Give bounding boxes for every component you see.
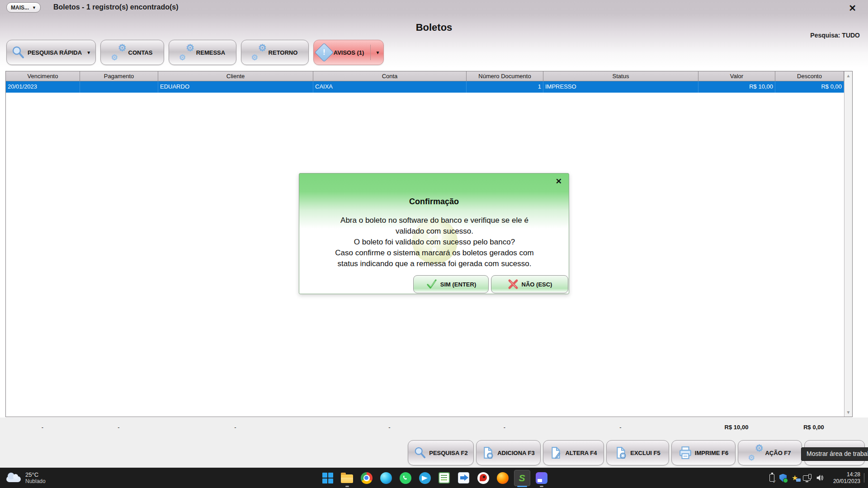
summary-numero-documento: - — [466, 424, 543, 431]
whatsapp-button[interactable] — [396, 468, 415, 488]
avisos-label: AVISOS (1) — [334, 49, 364, 56]
exclui-f5-button[interactable]: EXCLUI F5 — [606, 440, 669, 465]
table-row-selected[interactable]: 20/01/2023 EDUARDO CAIXA 1 IMPRESSO R$ 1… — [6, 81, 852, 93]
cell-desconto: R$ 0,00 — [775, 81, 844, 93]
scroll-up-arrow-icon[interactable]: ▲ — [844, 72, 852, 80]
more-menu-label: MAIS... — [11, 5, 29, 11]
cell-conta: CAIXA — [313, 81, 467, 93]
avisos-button[interactable]: ! AVISOS (1) ▼ — [313, 40, 384, 65]
summary-vencimento: - — [5, 424, 80, 431]
cell-pagamento — [80, 81, 158, 93]
column-header-vencimento[interactable]: Vencimento — [6, 71, 80, 81]
chevron-down-icon[interactable]: ▼ — [375, 50, 380, 55]
pesquisa-f2-label: PESQUISA F2 — [429, 450, 467, 456]
chrome-button[interactable] — [357, 468, 376, 488]
acao-f7-label: AÇÃO F7 — [765, 450, 791, 456]
taskbar-app-icons: S — [318, 468, 551, 488]
no-button[interactable]: NÃO (ESC) — [491, 275, 568, 293]
firefox-icon — [497, 472, 509, 484]
printer-icon — [679, 446, 692, 460]
column-header-cliente[interactable]: Cliente — [158, 71, 313, 81]
acao-f7-button[interactable]: ⚙⚙ AÇÃO F7 — [738, 440, 802, 465]
alert-diamond-icon: ! — [314, 43, 333, 62]
dialog-message-line: validado com sucesso. — [304, 226, 565, 237]
page-title: Boletos — [0, 22, 868, 33]
usb-icon[interactable] — [769, 474, 774, 482]
pesquisa-f2-button[interactable]: PESQUISA F2 — [408, 440, 474, 465]
window-title: Boletos - 1 registro(s) encontrado(s) — [53, 3, 178, 11]
cell-vencimento: 20/01/2023 — [6, 81, 80, 93]
summary-desconto-total: R$ 0,00 — [775, 424, 853, 431]
red-logo-app-button[interactable] — [473, 468, 493, 488]
table-vertical-scrollbar[interactable]: ▲ ▼ — [844, 71, 852, 417]
summary-pagamento: - — [80, 424, 158, 431]
show-desktop-button[interactable] — [864, 473, 864, 483]
cell-cliente: EDUARDO — [158, 81, 313, 93]
notes-app-icon — [439, 472, 450, 483]
document-share-app-button[interactable] — [454, 468, 473, 488]
column-header-pagamento[interactable]: Pagamento — [80, 71, 158, 81]
erp-app-icon: S — [514, 470, 530, 486]
altera-f4-label: ALTERA F4 — [565, 450, 597, 456]
column-header-valor[interactable]: Valor — [698, 71, 775, 81]
scroll-down-arrow-icon[interactable]: ▼ — [844, 408, 852, 416]
altera-f4-button[interactable]: ALTERA F4 — [543, 440, 604, 465]
search-scope-label: Pesquisa: TUDO — [810, 32, 860, 39]
summary-conta: - — [313, 424, 466, 431]
weather-condition: Nublado — [25, 478, 46, 484]
media-app-button[interactable] — [532, 468, 551, 488]
adiciona-f3-button[interactable]: ADICIONA F3 — [476, 440, 541, 465]
speaker-icon[interactable] — [816, 474, 824, 482]
taskbar: 25°C Nublado — [0, 468, 868, 488]
column-header-conta[interactable]: Conta — [313, 71, 467, 81]
retorno-label: RETORNO — [269, 49, 298, 56]
x-icon — [507, 278, 519, 290]
chrome-icon — [361, 472, 373, 484]
dialog-message-line: Abra o boleto no software do banco e ver… — [304, 215, 565, 226]
summary-row: - - - - - - R$ 10,00 R$ 0,00 — [5, 424, 853, 431]
folder-icon — [341, 474, 353, 483]
telegram-icon — [419, 472, 431, 484]
star-icon[interactable]: ★ — [792, 474, 798, 482]
table-header-row: Vencimento Pagamento Cliente Conta Númer… — [6, 71, 852, 81]
retorno-button[interactable]: ⚙⚙ RETORNO — [241, 40, 309, 65]
dialog-buttons: SIM (ENTER) NÃO (ESC) — [413, 275, 568, 293]
cell-valor: R$ 10,00 — [698, 81, 775, 93]
column-header-status[interactable]: Status — [543, 71, 698, 81]
yes-button[interactable]: SIM (ENTER) — [413, 275, 489, 293]
more-menu-button[interactable]: MAIS... ▼ — [6, 2, 41, 13]
notes-app-button[interactable] — [434, 468, 454, 488]
phone-link-icon[interactable] — [803, 475, 811, 481]
file-explorer-button[interactable] — [337, 468, 357, 488]
chevron-down-icon: ▼ — [32, 5, 36, 10]
remessa-button[interactable]: ⚙⚙ REMESSA — [169, 40, 236, 65]
dialog-close-button[interactable]: ✕ — [556, 177, 562, 186]
taskbar-clock[interactable]: 14:28 20/01/2023 — [833, 468, 860, 488]
dialog-message-line: status indicando que a remessa foi gerad… — [304, 258, 565, 269]
start-button[interactable] — [318, 468, 337, 488]
document-share-icon — [458, 472, 469, 483]
running-indicator — [540, 486, 543, 487]
running-indicator — [345, 486, 349, 487]
window-close-button[interactable]: ✕ — [849, 3, 856, 14]
imprime-f6-button[interactable]: IMPRIME F6 — [671, 440, 736, 465]
windows-security-icon[interactable] — [779, 474, 787, 482]
gears-icon: ⚙⚙ — [180, 46, 193, 59]
contas-button[interactable]: ⚙⚙ CONTAS — [100, 40, 164, 65]
quick-search-button[interactable]: PESQUISA RÁPIDA ▼ — [6, 40, 96, 65]
summary-status: - — [543, 424, 698, 431]
edge-icon — [380, 472, 392, 484]
edge-button[interactable] — [376, 468, 396, 488]
dialog-message: Abra o boleto no software do banco e ver… — [304, 215, 565, 269]
firefox-button[interactable] — [493, 468, 512, 488]
column-header-desconto[interactable]: Desconto — [775, 71, 844, 81]
exclui-f5-label: EXCLUI F5 — [630, 450, 660, 456]
column-header-numero-documento[interactable]: Número Documento — [467, 71, 543, 81]
adiciona-f3-label: ADICIONA F3 — [497, 450, 535, 456]
yes-button-label: SIM (ENTER) — [440, 281, 476, 288]
erp-app-button-active[interactable]: S — [512, 468, 532, 488]
telegram-button[interactable] — [415, 468, 434, 488]
weather-widget[interactable]: 25°C Nublado — [6, 468, 46, 488]
quick-search-label: PESQUISA RÁPIDA — [28, 49, 82, 56]
dialog-message-line: Caso confirme o sistema marcará os bolet… — [304, 248, 565, 258]
